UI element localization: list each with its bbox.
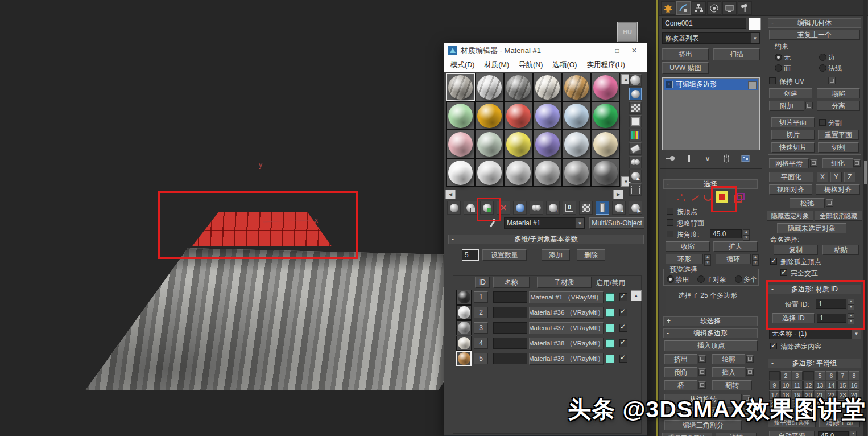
tab-create[interactable] xyxy=(661,1,675,15)
material-sample-slot[interactable] xyxy=(533,101,562,130)
planar-x-button[interactable]: X xyxy=(817,172,828,182)
inset-settings-icon[interactable] xyxy=(746,368,754,376)
menu-item[interactable]: 模式(D) xyxy=(450,60,474,70)
set-id-field[interactable]: 1 xyxy=(816,299,846,309)
reset-plane-button[interactable]: 重置平面 xyxy=(818,130,859,140)
select-by-material-icon[interactable]: ▲ xyxy=(629,170,642,182)
delete-button[interactable]: 删除 xyxy=(577,249,605,261)
select-id-button[interactable]: 选择 ID xyxy=(772,313,815,323)
smoothing-group-button[interactable]: 10 xyxy=(780,381,791,390)
rollout-polygon-material-id[interactable]: - 多边形: 材质 ID xyxy=(768,285,861,294)
material-sample-slot[interactable] xyxy=(446,130,475,158)
sub-material-color-swatch[interactable] xyxy=(606,355,614,363)
planar-y-button[interactable]: Y xyxy=(830,172,842,182)
hide-unselected-button[interactable]: 隐藏未选定对象 xyxy=(777,223,846,233)
auto-smooth-spinner[interactable]: ▲▼ xyxy=(850,431,857,436)
set-id-spinner[interactable]: ▲▼ xyxy=(848,299,854,310)
smoothing-group-button[interactable]: 5 xyxy=(815,371,825,380)
material-type-button[interactable]: Multi/Sub-Object xyxy=(589,217,644,229)
sub-material-id-button[interactable]: 5 xyxy=(474,353,488,364)
extrude-settings-icon[interactable] xyxy=(698,355,706,363)
rollout-polygon-smoothing-groups[interactable]: - 多边形: 平滑组 xyxy=(768,359,861,368)
smoothing-group-button[interactable]: 16 xyxy=(849,381,859,390)
copy-button[interactable]: 复制 xyxy=(774,245,818,255)
minimize-button[interactable]: — xyxy=(592,44,609,57)
set-number-button[interactable]: 设置数量 xyxy=(482,249,527,261)
material-sample-slot[interactable] xyxy=(446,158,475,187)
ring-spinner[interactable]: ▲▼ xyxy=(704,254,711,266)
material-editor-titlebar[interactable]: 材质编辑器 - Material #1 — □ × xyxy=(444,43,647,58)
go-forward-sibling-icon[interactable]: ▶ xyxy=(629,201,642,215)
auto-smooth-field[interactable]: 45.0 xyxy=(818,431,849,436)
create-button[interactable]: 创建 xyxy=(769,88,812,98)
angle-spinner[interactable]: ▲▼ xyxy=(743,229,750,241)
material-name-dropdown[interactable]: Material #1 ▼ xyxy=(504,217,585,229)
sub-material-id-button[interactable]: 1 xyxy=(474,291,488,303)
preview-subobject-radio[interactable] xyxy=(697,275,705,283)
material-count-field[interactable]: 5 xyxy=(462,249,479,261)
tab-hierarchy[interactable] xyxy=(692,1,706,15)
slice-button[interactable]: 切片 xyxy=(771,130,815,140)
sub-material-id-button[interactable]: 4 xyxy=(474,338,488,349)
bridge-settings-icon[interactable] xyxy=(698,381,706,389)
enable-checkbox[interactable] xyxy=(619,324,627,332)
make-preview-icon[interactable] xyxy=(629,142,642,155)
sweep-modifier-button[interactable]: 扫描 xyxy=(713,48,760,60)
split-checkbox[interactable] xyxy=(819,119,826,126)
material-sample-slot[interactable] xyxy=(504,130,533,158)
insert-vertex-button[interactable]: 插入顶点 xyxy=(664,340,758,351)
select-id-spinner[interactable]: ▲▼ xyxy=(848,313,854,324)
maximize-button[interactable]: □ xyxy=(609,44,626,57)
constraint-normal-radio[interactable] xyxy=(819,64,826,72)
msmooth-button[interactable]: 网格平滑 xyxy=(769,158,809,168)
vertex-subobject-icon[interactable] xyxy=(676,192,688,203)
grid-align-button[interactable]: 栅格对齐 xyxy=(816,184,860,195)
slot-scroll-left-icon[interactable]: ◀ xyxy=(445,190,456,199)
panel-scrollbar[interactable] xyxy=(863,0,867,436)
preserve-uv-settings-icon[interactable] xyxy=(828,77,836,84)
material-sample-slot[interactable] xyxy=(533,130,562,158)
outline-button[interactable]: 轮廓 xyxy=(712,354,745,364)
smoothing-group-button[interactable] xyxy=(769,371,780,380)
constraint-face-radio[interactable] xyxy=(775,64,782,72)
paste-button[interactable]: 粘贴 xyxy=(822,245,859,255)
smoothing-group-button[interactable]: 13 xyxy=(815,381,825,390)
msmooth-settings-icon[interactable] xyxy=(810,159,817,167)
grow-button[interactable]: 扩大 xyxy=(713,241,758,252)
video-color-check-icon[interactable] xyxy=(629,129,642,141)
sub-material-name-field[interactable] xyxy=(493,307,527,318)
ring-button[interactable]: 环形 xyxy=(666,254,703,264)
turn-button[interactable]: 旋转 xyxy=(716,433,757,436)
collapse-button[interactable]: 塌陷 xyxy=(817,88,860,98)
object-name-field[interactable]: Cone001 xyxy=(662,18,746,29)
uv-tiling-icon[interactable] xyxy=(629,115,642,127)
sort-name-button[interactable]: 名称 xyxy=(493,277,530,288)
relax-settings-icon[interactable] xyxy=(826,199,833,207)
smoothing-group-button[interactable]: 3 xyxy=(792,371,803,380)
sort-id-button[interactable]: ID xyxy=(475,277,490,288)
sub-material-color-swatch[interactable] xyxy=(606,293,614,302)
rollout-edit-polygons[interactable]: - 编辑多边形 xyxy=(663,328,758,338)
smoothing-group-button[interactable]: 7 xyxy=(837,371,848,380)
background-icon[interactable] xyxy=(629,88,642,100)
smoothing-group-button[interactable] xyxy=(803,371,814,380)
sub-material-button[interactable]: Material #38 （VRayMtl） xyxy=(529,338,604,349)
go-to-parent-icon[interactable]: ▲ xyxy=(612,201,626,215)
bevel-settings-icon[interactable] xyxy=(698,368,706,376)
scrollbar-thumb[interactable] xyxy=(864,161,867,184)
ignore-backfacing-checkbox[interactable] xyxy=(667,219,673,226)
sub-material-thumbnail[interactable] xyxy=(456,351,472,366)
element-subobject-icon[interactable] xyxy=(733,192,745,203)
assign-to-selection-icon[interactable] xyxy=(480,201,494,215)
sub-material-color-swatch[interactable] xyxy=(606,324,614,332)
polygon-subobject-icon[interactable] xyxy=(716,191,728,203)
remove-modifier-icon[interactable] xyxy=(721,153,732,164)
constraint-none-radio[interactable] xyxy=(775,54,782,61)
sub-material-name-field[interactable] xyxy=(493,322,527,334)
material-sample-slot[interactable] xyxy=(591,130,620,158)
delete-isolated-vertices-checkbox[interactable] xyxy=(770,258,777,265)
add-button[interactable]: 添加 xyxy=(542,249,570,261)
select-by-name-dropdown[interactable]: 无名称 - (1) ▼ xyxy=(769,328,861,339)
attach-settings-icon[interactable] xyxy=(805,102,813,109)
material-map-navigator-icon[interactable] xyxy=(629,183,642,196)
